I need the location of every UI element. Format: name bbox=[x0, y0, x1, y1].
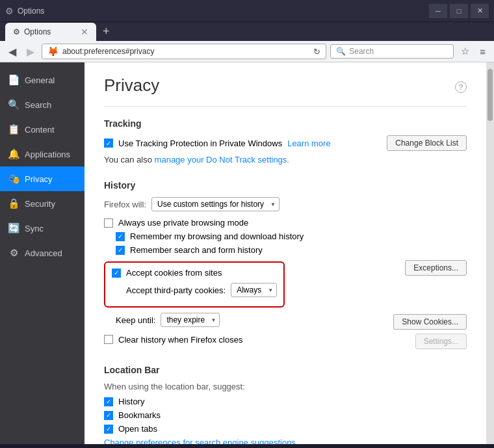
minimize-button[interactable]: ─ bbox=[429, 4, 447, 18]
manage-text-row: You can also manage your Do Not Track se… bbox=[104, 155, 467, 165]
keep-until-area: Keep until: they expire Show Cookies... bbox=[104, 313, 467, 331]
accept-cookies-label: Accept cookies from sites bbox=[126, 268, 222, 278]
sidebar-label-general: General bbox=[25, 75, 55, 85]
open-tabs-suggest-row: ✓ Open tabs bbox=[104, 424, 467, 434]
bookmarks-suggest-checkbox[interactable]: ✓ bbox=[104, 411, 113, 420]
maximize-button[interactable]: □ bbox=[450, 4, 468, 18]
exceptions-button[interactable]: Exceptions... bbox=[405, 260, 467, 276]
bookmarks-suggest-label: Bookmarks bbox=[118, 410, 161, 420]
firefox-will-select-wrapper[interactable]: Use custom settings for history bbox=[151, 197, 280, 211]
sidebar-item-content[interactable]: 📋 Content bbox=[0, 117, 84, 142]
keep-until-select[interactable]: they expire bbox=[161, 313, 220, 327]
firefox-will-select[interactable]: Use custom settings for history bbox=[151, 197, 280, 211]
page-title-row: Privacy ? bbox=[104, 75, 467, 98]
options-tab[interactable]: ⚙ Options ✕ bbox=[5, 23, 96, 41]
accept-cookies-checkbox[interactable]: ✓ bbox=[112, 269, 121, 278]
search-placeholder: Search bbox=[349, 47, 374, 56]
applications-icon: 🔔 bbox=[8, 148, 20, 160]
sidebar-item-security[interactable]: 🔒 Security bbox=[0, 191, 84, 216]
main-layout: 📄 General 🔍 Search 📋 Content 🔔 Applicati… bbox=[0, 62, 494, 444]
bookmark-button[interactable]: ☆ bbox=[458, 44, 473, 59]
sidebar-item-applications[interactable]: 🔔 Applications bbox=[0, 142, 84, 166]
sidebar-item-privacy[interactable]: 🎭 Privacy bbox=[0, 166, 84, 191]
location-bar-title: Location Bar bbox=[104, 365, 467, 375]
remember-search-row: ✓ Remember search and form history bbox=[116, 245, 467, 255]
help-icon[interactable]: ? bbox=[455, 81, 467, 93]
page-title: Privacy bbox=[104, 75, 159, 96]
remember-search-checkbox[interactable]: ✓ bbox=[116, 246, 125, 255]
new-tab-button[interactable]: + bbox=[98, 22, 115, 41]
tracking-checkbox-label: Use Tracking Protection in Private Windo… bbox=[118, 138, 282, 148]
reload-button[interactable]: ↻ bbox=[313, 47, 320, 57]
sidebar: 📄 General 🔍 Search 📋 Content 🔔 Applicati… bbox=[0, 62, 84, 444]
tracking-section: Tracking ✓ Use Tracking Protection in Pr… bbox=[104, 118, 467, 165]
close-button[interactable]: ✕ bbox=[471, 4, 489, 18]
window-controls: ─ □ ✕ bbox=[429, 4, 489, 18]
app-icon: ⚙ bbox=[5, 6, 14, 16]
bookmarks-suggest-row: ✓ Bookmarks bbox=[104, 410, 467, 420]
address-bar[interactable]: 🦊 about:preferences#privacy ↻ bbox=[42, 44, 326, 59]
history-section: History Firefox will: Use custom setting… bbox=[104, 180, 467, 349]
clear-history-label: Clear history when Firefox closes bbox=[118, 335, 242, 345]
third-party-row: Accept third-party cookies: Always bbox=[126, 283, 277, 297]
third-party-label: Accept third-party cookies: bbox=[126, 285, 226, 295]
back-button[interactable]: ◀ bbox=[5, 44, 20, 59]
scrollbar-thumb[interactable] bbox=[488, 69, 493, 121]
title-bar: ⚙ Options ─ □ ✕ bbox=[0, 0, 494, 22]
tab-bar: ⚙ Options ✕ + bbox=[0, 22, 494, 41]
clear-history-row: Clear history when Firefox closes bbox=[104, 335, 242, 345]
engine-link[interactable]: Change preferences for search engine sug… bbox=[104, 438, 303, 444]
menu-button[interactable]: ≡ bbox=[476, 45, 489, 59]
search-bar[interactable]: 🔍 Search bbox=[330, 44, 454, 59]
tracking-title: Tracking bbox=[104, 118, 467, 129]
third-party-select-wrapper[interactable]: Always bbox=[231, 283, 277, 297]
learn-more-link[interactable]: Learn more bbox=[287, 138, 330, 148]
history-suggest-checkbox[interactable]: ✓ bbox=[104, 397, 113, 406]
history-suggest-label: History bbox=[118, 397, 144, 406]
firefox-logo: 🦊 bbox=[47, 46, 58, 57]
history-suggest-row: ✓ History bbox=[104, 397, 467, 406]
sidebar-label-search: Search bbox=[25, 100, 51, 110]
sidebar-item-advanced[interactable]: ⚙ Advanced bbox=[0, 241, 84, 265]
title-divider bbox=[104, 106, 467, 107]
tab-close-button[interactable]: ✕ bbox=[81, 27, 88, 37]
open-tabs-suggest-checkbox[interactable]: ✓ bbox=[104, 425, 113, 434]
open-tabs-suggest-label: Open tabs bbox=[118, 424, 157, 434]
tracking-row: ✓ Use Tracking Protection in Private Win… bbox=[104, 138, 331, 148]
manage-dnt-link[interactable]: manage your Do Not Track settings. bbox=[155, 155, 289, 165]
sidebar-item-general[interactable]: 📄 General bbox=[0, 68, 84, 92]
sidebar-item-sync[interactable]: 🔄 Sync bbox=[0, 216, 84, 241]
show-cookies-button[interactable]: Show Cookies... bbox=[393, 314, 467, 330]
remember-search-label: Remember search and form history bbox=[130, 245, 263, 255]
keep-until-select-wrapper[interactable]: they expire bbox=[161, 313, 220, 327]
remember-browse-label: Remember my browsing and download histor… bbox=[130, 231, 304, 241]
tracking-checkbox[interactable]: ✓ bbox=[104, 138, 113, 148]
history-title: History bbox=[104, 180, 467, 191]
clear-history-checkbox[interactable] bbox=[104, 335, 113, 344]
manage-prefix: You can also bbox=[104, 155, 155, 165]
forward-button[interactable]: ▶ bbox=[23, 44, 38, 59]
sidebar-label-advanced: Advanced bbox=[25, 248, 62, 258]
security-icon: 🔒 bbox=[8, 198, 20, 209]
remember-browse-checkbox[interactable]: ✓ bbox=[116, 232, 125, 241]
cookies-area: ✓ Accept cookies from sites Accept third… bbox=[104, 259, 467, 310]
title-bar-text: Options bbox=[18, 7, 44, 16]
sidebar-label-content: Content bbox=[25, 125, 55, 135]
sync-icon: 🔄 bbox=[8, 222, 20, 234]
tab-label: Options bbox=[24, 27, 51, 36]
change-block-list-button[interactable]: Change Block List bbox=[387, 135, 467, 151]
settings-button: Settings... bbox=[415, 334, 467, 349]
content-icon: 📋 bbox=[8, 124, 20, 135]
keep-until-row: Keep until: they expire bbox=[116, 313, 220, 327]
firefox-will-row: Firefox will: Use custom settings for hi… bbox=[104, 197, 467, 211]
nav-bar: ◀ ▶ 🦊 about:preferences#privacy ↻ 🔍 Sear… bbox=[0, 41, 494, 62]
sidebar-item-search[interactable]: 🔍 Search bbox=[0, 92, 84, 117]
content-area: Privacy ? Tracking ✓ Use Tracking Protec… bbox=[84, 62, 486, 444]
advanced-icon: ⚙ bbox=[8, 247, 20, 259]
highlight-wrapper: ✓ Accept cookies from sites Accept third… bbox=[104, 259, 285, 310]
remember-browse-row: ✓ Remember my browsing and download hist… bbox=[116, 231, 467, 241]
third-party-select[interactable]: Always bbox=[231, 283, 277, 297]
always-private-checkbox[interactable] bbox=[104, 218, 113, 228]
scrollbar[interactable] bbox=[486, 62, 494, 444]
always-private-label: Always use private browsing mode bbox=[118, 218, 248, 228]
